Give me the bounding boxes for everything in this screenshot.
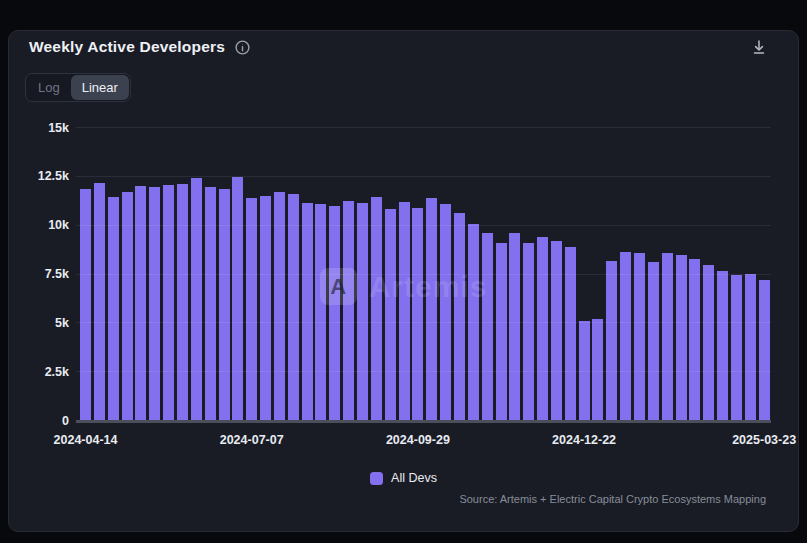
- x-axis-baseline: [76, 420, 771, 423]
- bar[interactable]: [315, 204, 326, 421]
- y-axis-tick-label: 7.5k: [45, 268, 69, 281]
- chart-title: Weekly Active Developers: [29, 38, 225, 56]
- x-axis-tick-label: 2024-04-14: [54, 434, 118, 447]
- y-axis-tick-label: 12.5k: [38, 171, 69, 184]
- bar[interactable]: [177, 184, 188, 421]
- bar[interactable]: [759, 280, 770, 421]
- x-axis-tick-label: 2025-03-23: [732, 434, 796, 447]
- plot-area: [76, 128, 771, 421]
- bar[interactable]: [620, 252, 631, 421]
- bar[interactable]: [745, 274, 756, 421]
- bar[interactable]: [80, 189, 91, 421]
- linear-scale-button[interactable]: Linear: [71, 75, 129, 100]
- bar[interactable]: [662, 253, 673, 421]
- bar[interactable]: [412, 208, 423, 421]
- chart-card: Weekly Active Developers Log Linear 02.5…: [8, 30, 799, 532]
- bar[interactable]: [135, 186, 146, 421]
- bar[interactable]: [163, 185, 174, 421]
- bar[interactable]: [606, 261, 617, 421]
- download-icon: [750, 38, 768, 56]
- bar[interactable]: [288, 194, 299, 421]
- bar[interactable]: [94, 183, 105, 421]
- x-axis-tick-label: 2024-12-22: [552, 434, 616, 447]
- bar[interactable]: [537, 237, 548, 421]
- bar[interactable]: [703, 265, 714, 421]
- scale-toggle: Log Linear: [25, 73, 131, 102]
- bar[interactable]: [648, 262, 659, 421]
- bar[interactable]: [232, 177, 243, 421]
- y-axis: 02.5k5k7.5k10k12.5k15k: [12, 128, 69, 421]
- bar[interactable]: [329, 206, 340, 421]
- bar[interactable]: [454, 213, 465, 421]
- y-axis-tick-label: 10k: [48, 219, 69, 232]
- bar[interactable]: [676, 255, 687, 421]
- bar[interactable]: [496, 243, 507, 421]
- bar[interactable]: [731, 275, 742, 422]
- y-axis-tick-label: 2.5k: [45, 366, 69, 379]
- bar[interactable]: [689, 259, 700, 421]
- bar[interactable]: [592, 319, 603, 421]
- bar[interactable]: [634, 253, 645, 421]
- y-axis-tick-label: 5k: [55, 317, 69, 330]
- bar[interactable]: [357, 203, 368, 421]
- legend-label: All Devs: [391, 471, 437, 485]
- bar[interactable]: [219, 189, 230, 421]
- bar[interactable]: [191, 178, 202, 421]
- bar[interactable]: [246, 198, 257, 421]
- bar[interactable]: [551, 241, 562, 421]
- bar[interactable]: [260, 196, 271, 421]
- x-axis-tick-label: 2024-07-07: [220, 434, 284, 447]
- x-axis: 2024-04-142024-07-072024-09-292024-12-22…: [76, 434, 771, 450]
- bar[interactable]: [108, 197, 119, 421]
- bar[interactable]: [385, 209, 396, 421]
- source-attribution: Source: Artemis + Electric Capital Crypt…: [459, 493, 766, 505]
- log-scale-button[interactable]: Log: [27, 75, 71, 100]
- bar[interactable]: [468, 224, 479, 421]
- y-axis-tick-label: 15k: [48, 122, 69, 135]
- bar[interactable]: [565, 247, 576, 421]
- bar[interactable]: [371, 197, 382, 421]
- chart-header: Weekly Active Developers: [29, 38, 251, 56]
- bar[interactable]: [302, 203, 313, 421]
- legend[interactable]: All Devs: [9, 471, 798, 485]
- legend-swatch: [370, 472, 383, 485]
- bar[interactable]: [205, 187, 216, 421]
- bar[interactable]: [509, 233, 520, 421]
- bar[interactable]: [399, 202, 410, 421]
- bar[interactable]: [482, 233, 493, 421]
- gridline: [76, 176, 771, 177]
- bar[interactable]: [426, 198, 437, 421]
- x-axis-tick-label: 2024-09-29: [386, 434, 450, 447]
- bar[interactable]: [274, 192, 285, 421]
- info-icon[interactable]: [234, 39, 251, 56]
- bar[interactable]: [579, 321, 590, 421]
- download-button[interactable]: [748, 36, 770, 58]
- bar[interactable]: [717, 271, 728, 421]
- bar[interactable]: [122, 192, 133, 421]
- bar[interactable]: [343, 201, 354, 421]
- y-axis-tick-label: 0: [62, 415, 69, 428]
- bar[interactable]: [149, 187, 160, 421]
- bar[interactable]: [440, 204, 451, 421]
- gridline: [76, 127, 771, 128]
- bar[interactable]: [523, 243, 534, 421]
